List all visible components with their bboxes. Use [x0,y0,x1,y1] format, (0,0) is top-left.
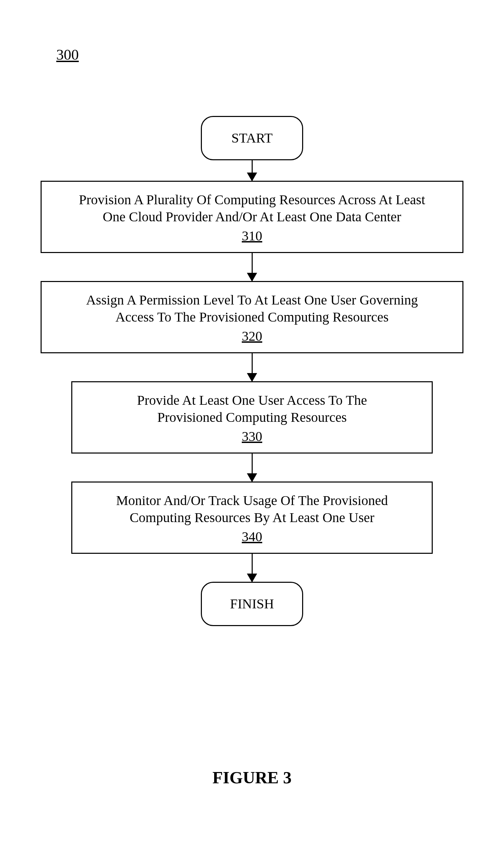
arrow-icon [252,253,253,281]
figure-caption: FIGURE 3 [0,768,504,787]
arrow-icon [252,353,253,381]
start-terminator: START [201,116,303,160]
arrow-icon [252,454,253,482]
step-ref: 340 [242,528,262,545]
flowchart: START Provision A Plurality Of Computing… [0,116,504,626]
step-ref: 320 [242,328,262,345]
page: 300 START Provision A Plurality Of Compu… [0,0,504,859]
arrow-icon [252,160,253,181]
finish-terminator: FINISH [201,582,303,626]
arrow-icon [252,554,253,582]
process-step: Provision A Plurality Of Computing Resou… [41,181,463,253]
process-step: Monitor And/Or Track Usage Of The Provis… [71,482,433,554]
step-text: Provision A Plurality Of Computing Resou… [79,191,425,225]
process-step: Assign A Permission Level To At Least On… [41,281,463,353]
step-ref: 330 [242,428,262,445]
step-ref: 310 [242,227,262,245]
step-text: Assign A Permission Level To At Least On… [86,292,418,326]
start-label: START [231,130,272,147]
step-text: Provide At Least One User Access To The … [137,392,367,426]
finish-label: FINISH [230,595,274,612]
step-text: Monitor And/Or Track Usage Of The Provis… [116,492,388,526]
process-step: Provide At Least One User Access To The … [71,381,433,454]
figure-number: 300 [56,46,79,63]
